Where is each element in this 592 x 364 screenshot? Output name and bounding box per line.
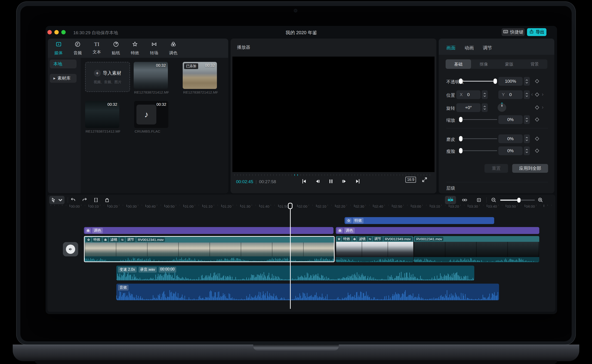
segment-4[interactable]: 背景 — [522, 59, 547, 69]
undo-button[interactable] — [71, 197, 76, 203]
auto-snap-button[interactable] — [445, 196, 456, 204]
media-item-video[interactable]: 已添加00:32RE127838721412.MP4 — [183, 62, 217, 95]
media-item-audio[interactable]: ♪00:32CRUMBS.FLAC — [134, 101, 169, 134]
color-grade-clip-1[interactable]: 调色 — [84, 227, 333, 234]
color-grade-clip-2[interactable]: 调色 — [336, 227, 539, 234]
timeline-zoom-thumb[interactable] — [517, 198, 521, 202]
smooth-stepper[interactable] — [524, 134, 530, 143]
rotate-value[interactable]: +0° — [456, 103, 481, 112]
media-item-video[interactable]: 00:32RE127838721412.MP4 — [134, 62, 168, 95]
ruler-label: 00:00 — [71, 204, 80, 208]
scale-value[interactable]: 0% — [498, 115, 523, 124]
inspector-tabstrip — [439, 39, 554, 55]
position-y-stepper[interactable] — [524, 90, 530, 99]
prev-keyframe-icon[interactable]: ‹ — [531, 93, 533, 96]
tab-label: 媒体 — [54, 50, 63, 56]
slim-value[interactable]: 0% — [498, 146, 523, 155]
inspector-tab-2[interactable]: 动画 — [464, 45, 474, 51]
cursor-icon — [51, 197, 56, 203]
transition-icon — [151, 41, 157, 48]
media-thumbnail: 已添加00:32 — [183, 62, 217, 89]
clip-audio-waveform — [85, 256, 334, 261]
slim-stepper[interactable] — [524, 146, 530, 155]
sound-effect-clip[interactable]: 音效 — [116, 284, 499, 300]
inspector-tab-1[interactable]: 画面 — [446, 45, 456, 51]
rotate-next-keyframe-icon[interactable]: › — [542, 106, 544, 109]
link-clips-icon[interactable] — [462, 197, 467, 203]
next-keyframe-icon[interactable]: › — [542, 93, 544, 96]
zoom-in-icon[interactable] — [538, 197, 543, 203]
smooth-label: 磨皮 — [446, 136, 455, 143]
segment-3[interactable]: 蒙版 — [497, 59, 522, 69]
ruler-label: 03:00 — [412, 204, 421, 208]
shortcut-label: 快捷键 — [510, 29, 523, 35]
ruler-label: 00:30 — [128, 204, 137, 208]
reset-button[interactable]: 重置 — [484, 164, 508, 173]
split-clip-button[interactable] — [93, 197, 99, 203]
total-time: 00:27:58 — [259, 179, 276, 184]
aspect-ratio-button[interactable]: 16:9 — [405, 177, 416, 183]
position-x-stepper[interactable] — [482, 90, 488, 99]
playhead-handle[interactable] — [288, 203, 293, 209]
smooth-slider[interactable] — [459, 138, 497, 139]
step-forward-button[interactable] — [341, 178, 347, 184]
ruler-label: 02:40 — [374, 204, 383, 208]
position-x-field[interactable]: X0 — [456, 90, 481, 99]
step-back-button[interactable] — [315, 178, 321, 184]
video-clip-2[interactable]: 特效滤镜调节RV0012349.mov — [336, 236, 413, 262]
apply-all-button[interactable]: 应用到全部 — [512, 164, 548, 173]
ruler-label: 03:30 — [469, 204, 478, 208]
tab-label: 音频 — [74, 50, 82, 56]
inspector-tab-3[interactable]: 调节 — [483, 45, 492, 51]
ruler-label: 03:40 — [488, 204, 497, 208]
scale-stepper[interactable] — [524, 115, 530, 124]
ruler-label: 02:50 — [393, 204, 402, 208]
tab-sticker[interactable]: 贴纸 — [106, 41, 125, 56]
opacity-value[interactable]: 100% — [498, 77, 523, 86]
video-clip-1[interactable]: 特效滤镜调节RV0012341.mov — [84, 236, 335, 262]
tab-color[interactable]: 调色 — [164, 41, 183, 56]
skip-end-button[interactable] — [355, 178, 361, 184]
smooth-value[interactable]: 0% — [498, 134, 523, 143]
rotate-stepper[interactable] — [482, 103, 488, 112]
import-material-card[interactable]: + 导入素材 视频、音频、图片 — [85, 62, 130, 92]
preview-scrubber[interactable] — [234, 173, 433, 176]
tab-audio[interactable]: 音频 — [68, 41, 87, 56]
opacity-slider[interactable] — [459, 81, 497, 82]
timeline-ruler[interactable]: 00:0000:1000:2000:3000:4000:5001:0001:10… — [47, 204, 555, 209]
tab-media[interactable]: 媒体 — [49, 41, 68, 56]
media-thumbnail: 00:32 — [85, 101, 119, 128]
media-item-video[interactable]: 00:32RE127838721412.MP4 — [85, 101, 120, 134]
effects-track-clip[interactable]: 特效 — [344, 217, 494, 224]
inspector-segmented-control: 基础抠像蒙版背景 — [446, 59, 547, 69]
media-thumbnail: ♪00:32 — [134, 101, 168, 128]
skip-start-button[interactable] — [301, 178, 307, 184]
import-label: 导入素材 — [103, 70, 121, 76]
tab-effects[interactable]: 特效 — [126, 41, 145, 56]
tab-text[interactable]: TI文本 — [87, 41, 106, 55]
tab-transition[interactable]: 转场 — [145, 41, 164, 56]
pause-button[interactable] — [328, 178, 334, 184]
segment-2[interactable]: 抠像 — [471, 59, 497, 69]
scale-slider[interactable] — [459, 119, 497, 120]
position-y-field[interactable]: Y0 — [498, 90, 523, 99]
export-button[interactable]: 导出 — [527, 28, 546, 36]
opacity-stepper[interactable] — [524, 77, 530, 86]
clip-filmstrip — [414, 242, 539, 257]
sidebar-item-local[interactable]: 本地 — [50, 60, 77, 68]
unlink-split-icon[interactable] — [476, 197, 482, 203]
fullscreen-button[interactable] — [422, 177, 428, 183]
redo-button[interactable] — [82, 197, 87, 203]
timecode: 00:02:45 | 00:27:58 — [236, 179, 276, 184]
rotate-knob[interactable] — [498, 103, 506, 112]
video-clip-3[interactable]: RV0012341.mov — [414, 236, 539, 262]
segment-1[interactable]: 基础 — [446, 59, 471, 69]
delete-button[interactable] — [104, 197, 110, 203]
shortcut-button[interactable]: 快捷键 — [502, 28, 525, 36]
slim-slider[interactable] — [459, 150, 497, 151]
audio-clip-recording[interactable]: 变速 2.0x录音.wav00:00:00 — [116, 266, 474, 280]
mute-track-button[interactable] — [63, 242, 78, 256]
zoom-out-icon[interactable] — [491, 197, 497, 203]
sidebar-item-library[interactable]: ▶素材库 — [50, 74, 77, 83]
select-tool-button[interactable] — [49, 196, 65, 204]
